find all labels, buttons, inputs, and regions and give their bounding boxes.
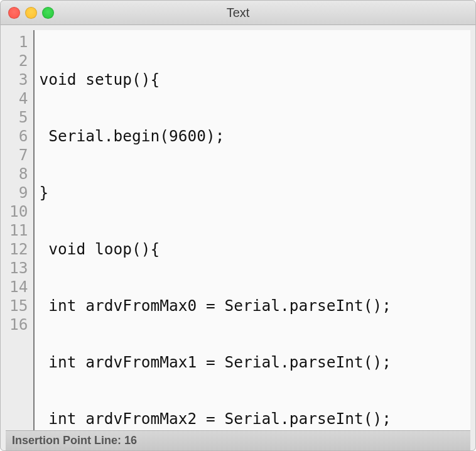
line-number: 6 <box>9 127 28 146</box>
line-number: 3 <box>9 70 28 89</box>
status-text: Insertion Point Line: 16 <box>12 434 137 447</box>
code-line: void loop(){ <box>40 240 464 259</box>
maximize-icon[interactable] <box>42 7 54 19</box>
line-number: 9 <box>9 183 28 202</box>
code-line: int ardvFromMax1 = Serial.parseInt(); <box>40 353 464 372</box>
line-number: 8 <box>9 165 28 183</box>
line-number: 4 <box>9 89 28 108</box>
line-number: 14 <box>9 278 28 296</box>
window-title: Text <box>1 6 475 20</box>
content-area: 1 2 3 4 5 6 7 8 9 10 11 12 13 14 15 16 v… <box>1 25 475 450</box>
traffic-lights <box>8 7 54 19</box>
line-number: 5 <box>9 108 28 127</box>
titlebar[interactable]: Text <box>1 1 475 25</box>
minimize-icon[interactable] <box>25 7 37 19</box>
line-number: 15 <box>9 296 28 315</box>
editor-window: Text 1 2 3 4 5 6 7 8 9 10 11 12 13 14 15… <box>0 0 476 451</box>
code-line: void setup(){ <box>40 70 464 89</box>
line-number: 13 <box>9 259 28 278</box>
line-number: 16 <box>9 315 28 334</box>
line-number: 7 <box>9 146 28 165</box>
line-number: 2 <box>9 52 28 70</box>
text-editor: 1 2 3 4 5 6 7 8 9 10 11 12 13 14 15 16 v… <box>6 30 470 430</box>
line-number: 10 <box>9 202 28 221</box>
line-number: 12 <box>9 240 28 259</box>
line-number: 11 <box>9 221 28 240</box>
code-line: Serial.begin(9600); <box>40 127 464 146</box>
code-text-area[interactable]: void setup(){ Serial.begin(9600); } void… <box>35 30 470 430</box>
status-bar: Insertion Point Line: 16 <box>6 430 470 450</box>
line-number-gutter: 1 2 3 4 5 6 7 8 9 10 11 12 13 14 15 16 <box>6 30 35 430</box>
code-line: int ardvFromMax2 = Serial.parseInt(); <box>40 410 464 428</box>
close-icon[interactable] <box>8 7 20 19</box>
code-line: int ardvFromMax0 = Serial.parseInt(); <box>40 296 464 315</box>
code-line: } <box>40 183 464 202</box>
line-number: 1 <box>9 33 28 52</box>
